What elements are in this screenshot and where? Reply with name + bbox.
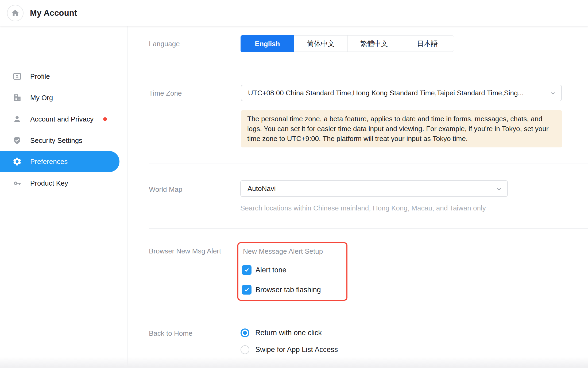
sidebar-item-profile[interactable]: Profile: [0, 66, 119, 87]
language-option-japanese[interactable]: 日本語: [401, 36, 454, 52]
browser-tab-flashing-checkbox-row[interactable]: Browser tab flashing: [242, 285, 321, 295]
chevron-down-icon: [550, 90, 556, 98]
return-with-one-click-radio-row[interactable]: Return with one click: [241, 328, 322, 337]
time-zone-label: Time Zone: [149, 89, 182, 97]
header: My Account: [0, 0, 588, 26]
language-option-traditional-chinese[interactable]: 繁體中文: [347, 36, 401, 52]
back-to-home-label: Back to Home: [149, 329, 192, 338]
browser-new-msg-alert-label: Browser New Msg Alert: [149, 247, 221, 255]
language-label: Language: [149, 40, 180, 48]
sidebar-item-account-and-privacy[interactable]: Account and Privacy: [0, 108, 119, 130]
chevron-down-icon: [496, 186, 502, 194]
key-icon: [12, 178, 22, 188]
swipe-for-app-list-access-radio-row[interactable]: Swipe for App List Access: [241, 345, 338, 354]
language-option-simplified-chinese[interactable]: 简体中文: [294, 36, 347, 52]
alert-tone-checkbox-row[interactable]: Alert tone: [242, 265, 287, 275]
new-message-alert-group-title: New Message Alert Setup: [243, 247, 323, 256]
building-icon: [12, 93, 22, 103]
notification-dot: [103, 117, 107, 121]
swipe-for-app-list-access-radio-label: Swipe for App List Access: [255, 346, 338, 354]
home-button[interactable]: [7, 5, 24, 21]
shield-check-icon: [12, 136, 22, 145]
language-segmented-control: English 简体中文 繁體中文 日本語: [241, 35, 454, 52]
time-zone-value: UTC+08:00 China Standard Time,Hong Kong …: [248, 89, 524, 97]
sidebar-item-product-key[interactable]: Product Key: [0, 173, 119, 194]
sidebar-item-label: Security Settings: [30, 136, 82, 145]
checkmark-icon: [243, 286, 250, 293]
time-zone-select[interactable]: UTC+08:00 China Standard Time,Hong Kong …: [241, 85, 562, 101]
section-divider: [149, 163, 588, 163]
sidebar-item-security-settings[interactable]: Security Settings: [0, 130, 119, 151]
browser-tab-flashing-checkbox[interactable]: [242, 285, 252, 295]
person-icon: [12, 114, 22, 124]
sidebar-item-label: Profile: [30, 72, 50, 81]
browser-tab-flashing-checkbox-label: Browser tab flashing: [256, 286, 321, 294]
language-option-english[interactable]: English: [241, 35, 294, 52]
sidebar-item-my-org[interactable]: My Org: [0, 87, 119, 108]
new-message-alert-highlight-box: New Message Alert Setup Alert tone Brows…: [237, 242, 347, 301]
world-map-value: AutoNavi: [247, 185, 276, 193]
checkmark-icon: [243, 267, 250, 273]
world-map-label: World Map: [149, 185, 182, 194]
world-map-helper-text: Search locations within Chinese mainland…: [240, 204, 486, 212]
sidebar: Profile My Org Account and Privacy: [0, 26, 127, 368]
sidebar-item-preferences[interactable]: Preferences: [0, 151, 119, 172]
sidebar-item-label: Product Key: [30, 179, 68, 187]
return-with-one-click-radio-label: Return with one click: [255, 329, 322, 337]
time-zone-note: The personal time zone, a beta feature, …: [241, 110, 562, 147]
sidebar-item-label: Preferences: [30, 158, 68, 166]
sidebar-item-label: Account and Privacy: [30, 115, 94, 123]
page-title: My Account: [30, 8, 77, 18]
section-divider: [149, 228, 588, 229]
my-account-page: My Account Profile My Org: [0, 0, 588, 368]
id-card-icon: [12, 72, 22, 81]
alert-tone-checkbox-label: Alert tone: [256, 266, 287, 274]
gear-icon: [12, 157, 22, 166]
world-map-select[interactable]: AutoNavi: [240, 180, 508, 197]
home-icon: [11, 9, 20, 18]
swipe-for-app-list-access-radio[interactable]: [241, 345, 249, 354]
return-with-one-click-radio[interactable]: [241, 328, 249, 337]
alert-tone-checkbox[interactable]: [242, 265, 252, 275]
sidebar-item-label: My Org: [30, 94, 53, 102]
